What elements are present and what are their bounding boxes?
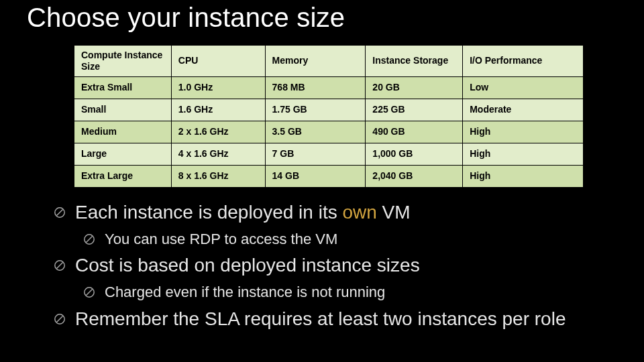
table-cell: 490 GB bbox=[366, 121, 463, 143]
table-cell: Large bbox=[74, 143, 172, 166]
table-header: I/O Performance bbox=[463, 46, 584, 77]
table-cell: 8 x 1.6 GHz bbox=[171, 166, 265, 188]
svg-line-5 bbox=[57, 263, 63, 269]
table-cell: 2 x 1.6 GHz bbox=[171, 121, 265, 143]
table-header: Memory bbox=[265, 46, 366, 77]
svg-line-9 bbox=[57, 316, 63, 322]
table-cell: 768 MB bbox=[265, 77, 366, 99]
instance-size-table: Compute Instance Size CPU Memory Instanc… bbox=[74, 45, 584, 188]
svg-line-3 bbox=[87, 236, 93, 242]
page-title: Choose your instance size bbox=[27, 3, 617, 33]
table-cell: 1.75 GB bbox=[265, 99, 366, 121]
slide: Choose your instance size Compute Instan… bbox=[0, 0, 644, 362]
bullet-text: Remember the SLA requires at least two i… bbox=[75, 305, 566, 333]
table-cell: 2,040 GB bbox=[366, 166, 463, 188]
table-header: Compute Instance Size bbox=[74, 46, 172, 77]
list-item-sub: You can use RDP to access the VM bbox=[83, 227, 617, 251]
table-row: Small 1.6 GHz 1.75 GB 225 GB Moderate bbox=[74, 99, 584, 121]
table-cell: Moderate bbox=[463, 99, 584, 121]
table-cell: 1.0 GHz bbox=[171, 77, 265, 99]
table-header: Instance Storage bbox=[366, 46, 463, 77]
table-row: Large 4 x 1.6 GHz 7 GB 1,000 GB High bbox=[74, 143, 584, 166]
table-cell: 7 GB bbox=[265, 143, 366, 166]
bullet-icon bbox=[54, 313, 66, 325]
table-row: Extra Small 1.0 GHz 768 MB 20 GB Low bbox=[74, 77, 584, 99]
bullet-text: You can use RDP to access the VM bbox=[105, 227, 337, 251]
table-cell: 3.5 GB bbox=[265, 121, 366, 143]
table-cell: 225 GB bbox=[366, 99, 463, 121]
bullet-text: Charged even if the instance is not runn… bbox=[105, 280, 385, 304]
table-cell: 20 GB bbox=[366, 77, 463, 99]
table-row: Medium 2 x 1.6 GHz 3.5 GB 490 GB High bbox=[74, 121, 584, 143]
bullet-icon bbox=[83, 233, 95, 245]
table-header-row: Compute Instance Size CPU Memory Instanc… bbox=[74, 46, 584, 77]
table-cell: Medium bbox=[74, 121, 172, 143]
bullet-highlight: own bbox=[342, 202, 376, 223]
bullet-text: Cost is based on deployed instance sizes bbox=[75, 251, 420, 280]
bullet-text-part: Each instance is deployed in its bbox=[75, 202, 342, 223]
table-cell: Extra Large bbox=[74, 166, 172, 188]
list-item: Remember the SLA requires at least two i… bbox=[54, 305, 617, 333]
list-item: Cost is based on deployed instance sizes bbox=[54, 251, 617, 280]
table-cell: 4 x 1.6 GHz bbox=[171, 143, 265, 166]
bullet-icon bbox=[54, 206, 66, 219]
list-item-sub: Charged even if the instance is not runn… bbox=[83, 280, 617, 304]
table-cell: High bbox=[463, 143, 584, 166]
table-row: Extra Large 8 x 1.6 GHz 14 GB 2,040 GB H… bbox=[74, 166, 584, 188]
list-item: Each instance is deployed in its own VM bbox=[54, 198, 617, 227]
table-cell: Small bbox=[74, 99, 172, 121]
table-cell: Low bbox=[463, 77, 584, 99]
table-header: CPU bbox=[171, 46, 265, 77]
svg-line-7 bbox=[87, 290, 93, 296]
table-cell: High bbox=[463, 166, 584, 188]
bullet-icon bbox=[83, 286, 95, 298]
table-cell: 1,000 GB bbox=[366, 143, 463, 166]
table-cell: High bbox=[463, 121, 584, 143]
bullet-text-part: VM bbox=[377, 202, 411, 223]
table-cell: Extra Small bbox=[74, 77, 172, 99]
table-cell: 14 GB bbox=[265, 166, 366, 188]
bullet-text: Each instance is deployed in its own VM bbox=[75, 198, 411, 227]
table-cell: 1.6 GHz bbox=[171, 99, 265, 121]
bullet-icon bbox=[54, 259, 66, 272]
bullet-list: Each instance is deployed in its own VM … bbox=[54, 198, 617, 333]
svg-line-1 bbox=[57, 210, 63, 216]
